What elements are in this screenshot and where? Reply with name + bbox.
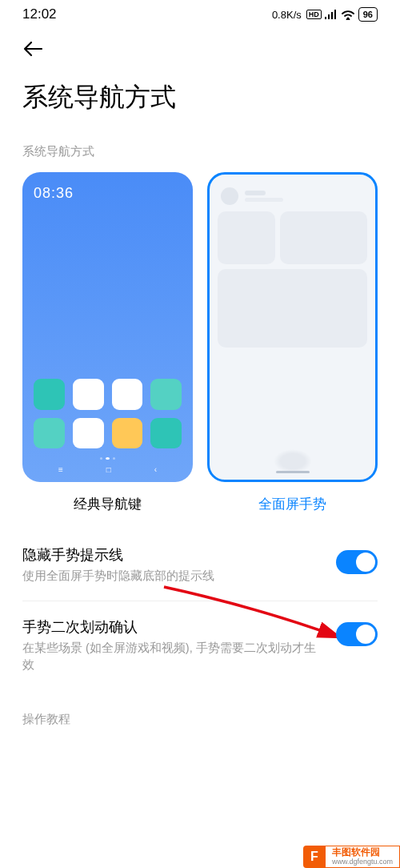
- navigation-bar: [0, 27, 400, 67]
- double-swipe-row: 手势二次划动确认 在某些场景 (如全屏游戏和视频), 手势需要二次划动才生效: [22, 601, 378, 689]
- svg-rect-1: [328, 14, 330, 19]
- gesture-nav-option[interactable]: 全面屏手势: [207, 172, 378, 513]
- page-title: 系统导航方式: [0, 67, 400, 135]
- setting-desc: 在某些场景 (如全屏游戏和视频), 手势需要二次划动才生效: [22, 640, 323, 673]
- status-time: 12:02: [22, 6, 57, 22]
- hide-gesture-line-row: 隐藏手势提示线 使用全面屏手势时隐藏底部的提示线: [22, 529, 378, 601]
- classic-preview: 08:36 ≡ □ ‹: [22, 172, 193, 482]
- section-header: 系统导航方式: [0, 135, 400, 172]
- svg-point-4: [346, 17, 349, 19]
- hide-gesture-line-toggle[interactable]: [336, 550, 378, 574]
- preview-app-grid: [34, 379, 182, 449]
- app-icon: [73, 418, 104, 449]
- app-icon: [34, 379, 65, 410]
- battery-icon: 96: [358, 7, 378, 22]
- svg-rect-0: [325, 17, 326, 19]
- app-icon: [150, 418, 182, 449]
- svg-rect-2: [331, 12, 333, 19]
- watermark-logo: F: [303, 846, 326, 868]
- hd-icon: HD: [306, 10, 322, 19]
- watermark-brand: 丰图软件园: [332, 847, 393, 858]
- status-icons: HD 96: [306, 7, 378, 22]
- content-block: [280, 211, 367, 264]
- double-swipe-toggle[interactable]: [336, 622, 378, 646]
- app-icon: [34, 418, 65, 449]
- setting-title: 手势二次划动确认: [22, 617, 323, 637]
- avatar-placeholder: [221, 187, 238, 205]
- gesture-label: 全面屏手势: [258, 495, 326, 513]
- status-right: 0.8K/s HD 96: [272, 7, 378, 22]
- gesture-bar-icon: [276, 471, 310, 473]
- menu-icon: ≡: [58, 465, 63, 474]
- content-block: [218, 269, 367, 348]
- nav-mode-picker: 08:36 ≡ □ ‹ 经典导航键: [0, 172, 400, 513]
- app-icon: [112, 418, 143, 449]
- classic-nav-buttons: ≡ □ ‹: [22, 465, 193, 474]
- page-dots: [22, 457, 193, 460]
- app-icon: [112, 379, 143, 410]
- preview-header: [218, 187, 367, 205]
- settings-list: 隐藏手势提示线 使用全面屏手势时隐藏底部的提示线 手势二次划动确认 在某些场景 …: [0, 513, 400, 689]
- tutorial-header: 操作教程: [0, 689, 400, 727]
- app-icon: [73, 379, 104, 410]
- gesture-handle: [274, 449, 312, 473]
- signal-icon: [325, 10, 338, 19]
- home-icon: □: [106, 465, 111, 474]
- watermark-url: www.dgfengtu.com: [332, 858, 393, 866]
- watermark: F 丰图软件园 www.dgfengtu.com: [303, 846, 400, 868]
- setting-desc: 使用全面屏手势时隐藏底部的提示线: [22, 568, 323, 585]
- network-speed: 0.8K/s: [272, 9, 302, 21]
- back-icon[interactable]: [22, 40, 43, 58]
- svg-rect-3: [334, 10, 336, 19]
- setting-title: 隐藏手势提示线: [22, 545, 323, 565]
- app-icon: [150, 379, 182, 410]
- classic-nav-option[interactable]: 08:36 ≡ □ ‹ 经典导航键: [22, 172, 193, 513]
- content-block: [218, 211, 275, 264]
- gesture-preview: [207, 172, 378, 482]
- wifi-icon: [341, 10, 355, 20]
- status-bar: 12:02 0.8K/s HD 96: [0, 0, 400, 27]
- back-nav-icon: ‹: [154, 465, 157, 474]
- classic-label: 经典导航键: [74, 495, 142, 513]
- preview-time: 08:36: [34, 185, 182, 202]
